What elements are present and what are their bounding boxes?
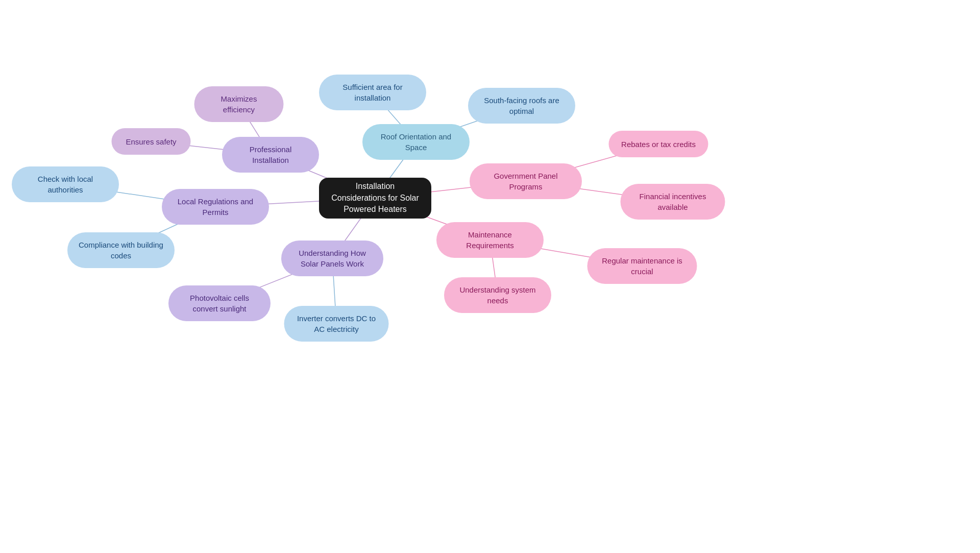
node-sufficient-area: Sufficient area for installation	[319, 75, 426, 110]
node-compliance: Compliance with building codes	[67, 232, 175, 268]
node-regular-maintenance: Regular maintenance is crucial	[587, 248, 697, 284]
node-check-local: Check with local authorities	[12, 166, 119, 202]
node-maintenance-req: Maintenance Requirements	[436, 222, 544, 258]
node-inverter: Inverter converts DC to AC electricity	[284, 306, 389, 342]
node-roof-orientation: Roof Orientation and Space	[362, 124, 470, 160]
node-local-regulations: Local Regulations and Permits	[162, 189, 269, 225]
node-understanding-system: Understanding system needs	[444, 277, 551, 313]
node-government-programs: Government Panel Programs	[470, 163, 582, 199]
node-south-facing: South-facing roofs are optimal	[468, 88, 575, 124]
node-center: Installation Considerations for Solar Po…	[319, 178, 431, 219]
node-financial-incentives: Financial incentives available	[621, 184, 725, 220]
node-photovoltaic: Photovoltaic cells convert sunlight	[168, 285, 271, 321]
node-maximizes-efficiency: Maximizes efficiency	[194, 86, 284, 122]
mindmap-container: Installation Considerations for Solar Po…	[0, 0, 980, 553]
node-professional-install: Professional Installation	[222, 137, 319, 173]
connections-svg	[0, 0, 980, 553]
node-ensures-safety: Ensures safety	[112, 128, 191, 155]
node-understanding-solar: Understanding How Solar Panels Work	[281, 241, 383, 276]
node-rebates: Rebates or tax credits	[609, 131, 708, 157]
